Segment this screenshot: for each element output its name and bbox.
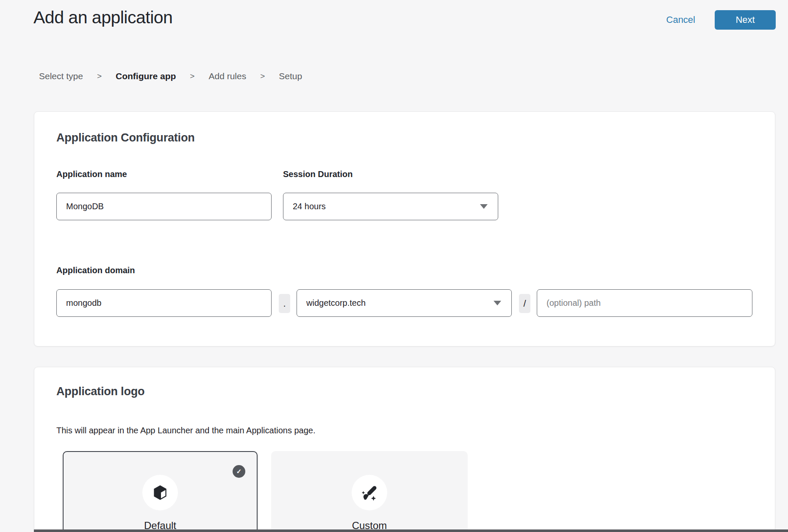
cancel-button[interactable]: Cancel: [666, 14, 695, 25]
application-logo-description: This will appear in the App Launcher and…: [56, 426, 316, 435]
domain-select[interactable]: widgetcorp.tech: [297, 289, 512, 317]
paintbrush-icon: [360, 483, 379, 502]
dot-separator: .: [279, 294, 290, 313]
custom-logo-circle: [352, 475, 387, 510]
step-select-type[interactable]: Select type: [39, 71, 83, 81]
breadcrumb-separator: >: [260, 72, 265, 81]
subdomain-input[interactable]: [56, 289, 272, 317]
step-configure-app[interactable]: Configure app: [116, 71, 176, 81]
slash-separator: /: [519, 294, 530, 313]
application-name-input[interactable]: [56, 193, 272, 220]
breadcrumb-separator: >: [190, 72, 194, 81]
cube-icon: [151, 483, 169, 502]
page-title: Add an application: [33, 8, 172, 28]
application-logo-heading: Application logo: [56, 385, 144, 398]
horizontal-scrollbar[interactable]: [34, 529, 788, 532]
domain-value: widgetcorp.tech: [306, 298, 366, 308]
application-configuration-card: Application Configuration Application na…: [34, 111, 775, 346]
session-duration-label: Session Duration: [283, 169, 352, 179]
logo-options: ✓ Default Custom: [63, 451, 468, 532]
chevron-down-icon: [480, 204, 488, 209]
application-name-label: Application name: [56, 169, 127, 179]
application-logo-card: Application logo This will appear in the…: [34, 367, 775, 532]
breadcrumb: Select type > Configure app > Add rules …: [39, 71, 302, 81]
path-input[interactable]: [537, 289, 752, 317]
next-button[interactable]: Next: [715, 10, 776, 30]
session-duration-select[interactable]: 24 hours: [283, 193, 498, 220]
step-setup[interactable]: Setup: [279, 71, 302, 81]
check-icon: ✓: [233, 465, 245, 478]
default-logo-circle: [142, 475, 178, 510]
breadcrumb-separator: >: [97, 72, 102, 81]
session-duration-value: 24 hours: [293, 202, 326, 211]
header-actions: Cancel Next: [666, 10, 776, 30]
logo-option-default[interactable]: ✓ Default: [63, 451, 258, 532]
logo-option-custom[interactable]: Custom: [271, 451, 468, 532]
step-add-rules[interactable]: Add rules: [208, 71, 246, 81]
chevron-down-icon: [494, 301, 501, 305]
application-domain-label: Application domain: [56, 266, 135, 275]
application-configuration-heading: Application Configuration: [56, 131, 194, 144]
